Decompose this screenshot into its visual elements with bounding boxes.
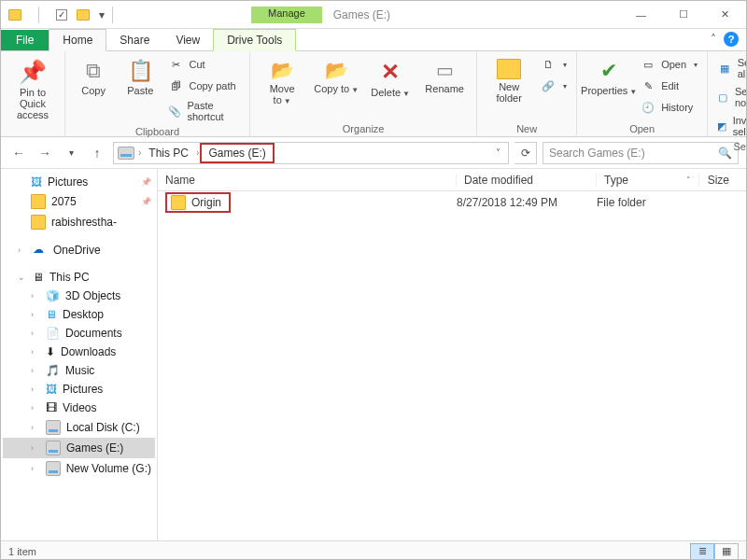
address-bar[interactable]: › This PC › Games (E:) ˅ bbox=[113, 142, 509, 164]
sidebar-item-local-c[interactable]: ›Local Disk (C:) bbox=[3, 417, 155, 438]
file-name-highlighted[interactable]: Origin bbox=[167, 194, 229, 211]
paste-button[interactable]: 📋 Paste bbox=[120, 55, 161, 100]
copy-button[interactable]: ⧉ Copy bbox=[73, 55, 114, 100]
qat-customize-icon[interactable]: ▾ bbox=[99, 8, 105, 21]
new-item-button[interactable]: 🗋▾ bbox=[539, 55, 569, 74]
move-to-icon: 📂 bbox=[271, 59, 294, 81]
sidebar-item-desktop[interactable]: ›🖥Desktop bbox=[3, 305, 155, 324]
tab-drive-tools[interactable]: Drive Tools bbox=[213, 29, 296, 51]
sidebar-item-label: 3D Objects bbox=[65, 289, 120, 302]
breadcrumb-current[interactable]: Games (E:) bbox=[203, 146, 271, 161]
pictures-icon: 🖼 bbox=[46, 383, 57, 396]
close-button[interactable]: ✕ bbox=[704, 1, 746, 29]
sidebar-item-games-e[interactable]: ›Games (E:) bbox=[3, 438, 155, 458]
paste-shortcut-button[interactable]: 📎Paste shortcut bbox=[166, 98, 242, 124]
sidebar-item-onedrive[interactable]: ›☁OneDrive bbox=[3, 240, 155, 260]
cut-button[interactable]: ✂Cut bbox=[166, 55, 242, 74]
sidebar-item-3d-objects[interactable]: ›🧊3D Objects bbox=[3, 287, 155, 305]
new-folder-button[interactable]: New folder bbox=[485, 55, 533, 107]
sidebar-item-2075[interactable]: 2075 bbox=[3, 191, 155, 212]
paste-label: Paste bbox=[127, 85, 153, 96]
move-to-button[interactable]: 📂 Move to▼ bbox=[258, 55, 306, 109]
sidebar-item-label: Downloads bbox=[61, 345, 116, 358]
sidebar-item-documents[interactable]: ›📄Documents bbox=[3, 324, 155, 343]
window-icon bbox=[8, 9, 21, 21]
select-none-button[interactable]: ▢Select none bbox=[715, 84, 747, 110]
collapse-icon[interactable]: ⌄ bbox=[18, 273, 27, 282]
rename-button[interactable]: ▭ Rename bbox=[420, 55, 469, 98]
crumb-sep-icon[interactable]: › bbox=[196, 147, 199, 158]
icons-view-button[interactable]: ▦ bbox=[714, 543, 739, 560]
up-button[interactable]: ↑ bbox=[87, 143, 107, 163]
tab-view[interactable]: View bbox=[162, 30, 213, 50]
sidebar-item-pictures[interactable]: 🖼Pictures bbox=[3, 173, 155, 191]
copy-to-button[interactable]: 📂 Copy to▼ bbox=[312, 55, 360, 98]
delete-button[interactable]: ✕ Delete▼ bbox=[366, 55, 415, 102]
open-label: Open bbox=[661, 59, 686, 70]
sidebar-item-new-volume-g[interactable]: ›New Volume (G:) bbox=[3, 458, 155, 479]
copy-path-label: Copy path bbox=[189, 80, 235, 91]
column-date[interactable]: Date modified bbox=[457, 174, 597, 187]
copy-icon: ⧉ bbox=[86, 59, 101, 83]
column-size[interactable]: Size bbox=[699, 174, 746, 187]
recent-locations-button[interactable]: ▾ bbox=[61, 143, 81, 163]
easy-access-button[interactable]: 🔗▾ bbox=[539, 77, 569, 95]
sidebar-item-this-pc[interactable]: ⌄🖥This PC bbox=[3, 268, 155, 287]
sidebar-item-music[interactable]: ›🎵Music bbox=[3, 361, 155, 380]
maximize-button[interactable]: ☐ bbox=[662, 1, 704, 29]
address-dropdown-icon[interactable]: ˅ bbox=[492, 147, 504, 158]
column-type[interactable]: Type˄ bbox=[597, 174, 699, 187]
edit-button[interactable]: ✎Edit bbox=[639, 77, 699, 95]
history-button[interactable]: 🕘History bbox=[639, 98, 699, 117]
sidebar-item-label: rabishrestha- bbox=[51, 216, 117, 229]
properties-button[interactable]: ✔ Properties▼ bbox=[585, 55, 633, 100]
open-button[interactable]: ▭Open▾ bbox=[639, 55, 699, 74]
music-icon: 🎵 bbox=[46, 364, 60, 377]
group-select-label: Select bbox=[733, 139, 747, 154]
group-new: New folder 🗋▾ 🔗▾ New bbox=[477, 51, 577, 136]
select-all-button[interactable]: ▦Select all bbox=[715, 55, 747, 81]
collapse-ribbon-icon[interactable]: ˄ bbox=[711, 33, 716, 46]
group-open: ✔ Properties▼ ▭Open▾ ✎Edit 🕘History Open bbox=[577, 51, 708, 136]
refresh-button[interactable]: ⟳ bbox=[514, 142, 537, 164]
objects3d-icon: 🧊 bbox=[46, 289, 60, 302]
sidebar-item-downloads[interactable]: ›⬇Downloads bbox=[3, 343, 155, 361]
window-controls: — ☐ ✕ bbox=[620, 1, 746, 29]
crumb-sep-icon[interactable]: › bbox=[138, 147, 141, 158]
details-view-button[interactable]: ≣ bbox=[690, 543, 714, 560]
minimize-button[interactable]: — bbox=[620, 1, 662, 29]
main-split: 🖼Pictures 2075 rabishrestha- ›☁OneDrive … bbox=[1, 169, 746, 540]
sidebar-item-rabishrestha[interactable]: rabishrestha- bbox=[3, 212, 155, 232]
navigation-bar: ← → ▾ ↑ › This PC › Games (E:) ˅ ⟳ Searc… bbox=[1, 137, 746, 169]
column-name[interactable]: Name bbox=[158, 174, 457, 187]
qat-newfolder-icon[interactable] bbox=[77, 9, 90, 21]
breadcrumb-this-pc[interactable]: This PC bbox=[145, 147, 192, 160]
sidebar-item-videos[interactable]: ›🎞Videos bbox=[3, 399, 155, 417]
history-icon: 🕘 bbox=[641, 100, 655, 115]
delete-icon: ✕ bbox=[381, 59, 400, 85]
edit-icon: ✎ bbox=[641, 78, 655, 93]
tab-share[interactable]: Share bbox=[106, 30, 162, 50]
group-pin: 📌 Pin to Quick access bbox=[1, 51, 65, 136]
tab-home[interactable]: Home bbox=[49, 29, 106, 51]
qat-properties-icon[interactable]: ✓ bbox=[56, 9, 67, 21]
ribbon: 📌 Pin to Quick access ⧉ Copy 📋 Paste ✂Cu… bbox=[1, 51, 746, 137]
expand-icon[interactable]: › bbox=[18, 245, 27, 255]
sidebar-item-pictures2[interactable]: ›🖼Pictures bbox=[3, 380, 155, 399]
back-button[interactable]: ← bbox=[8, 143, 29, 163]
navigation-pane[interactable]: 🖼Pictures 2075 rabishrestha- ›☁OneDrive … bbox=[1, 169, 158, 540]
forward-button[interactable]: → bbox=[35, 143, 55, 163]
qat-divider bbox=[38, 7, 39, 23]
tab-file[interactable]: File bbox=[1, 30, 49, 50]
quick-access-toolbar: ✓ ▾ bbox=[1, 7, 105, 23]
pin-to-quick-access-button[interactable]: 📌 Pin to Quick access bbox=[8, 55, 57, 124]
copy-path-button[interactable]: 🗐Copy path bbox=[166, 77, 242, 95]
file-row[interactable]: Origin 8/27/2018 12:49 PM File folder bbox=[158, 191, 746, 214]
help-icon[interactable]: ? bbox=[724, 32, 739, 47]
contextual-tab-manage[interactable]: Manage bbox=[251, 7, 322, 23]
copy-to-icon: 📂 bbox=[325, 59, 348, 81]
drive-icon bbox=[118, 147, 134, 160]
pin-icon: 📌 bbox=[19, 59, 47, 85]
search-box[interactable]: Search Games (E:) 🔍 bbox=[543, 142, 739, 164]
invert-selection-button[interactable]: ◩Invert selection bbox=[715, 113, 747, 139]
